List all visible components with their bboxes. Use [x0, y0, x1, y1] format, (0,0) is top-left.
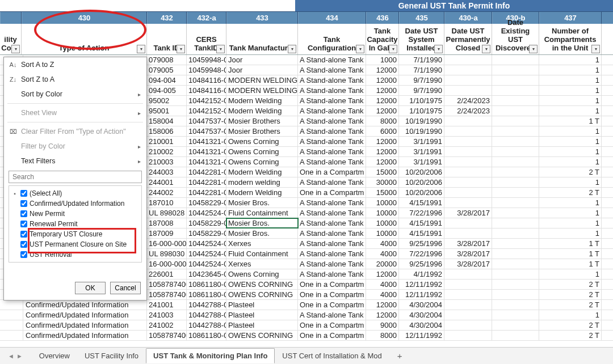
tab-tank-monitoring[interactable]: UST Tank & Monitoring Plan Info: [146, 348, 275, 363]
filter-checkbox[interactable]: [20, 200, 27, 207]
filter-dropdown-icon[interactable]: ▾: [389, 45, 397, 53]
filter-dropdown-icon[interactable]: ▾: [11, 45, 20, 53]
sort-az-icon: A↓: [9, 61, 18, 68]
filter-value-item[interactable]: New Permit: [10, 209, 140, 219]
table-row[interactable]: Confirmed/Updated Information24100210442…: [0, 320, 613, 331]
sort-az-item[interactable]: A↓Sort A to Z: [4, 57, 146, 72]
clear-filter-item: ⌧Clear Filter From "Type of Action": [4, 124, 146, 139]
filter-dropdown-icon[interactable]: ▾: [482, 45, 490, 53]
column-header-row: ility Code▾ Type of Action▾ Tank ID▾ CER…: [0, 24, 613, 55]
filter-dropdown-icon[interactable]: ▾: [137, 45, 145, 53]
filter-checkbox[interactable]: [20, 241, 27, 248]
filter-value-item[interactable]: Confirmed/Updated Information: [10, 198, 140, 209]
filter-dropdown-icon[interactable]: ▾: [529, 45, 538, 53]
tab-overview[interactable]: Overview: [32, 348, 77, 363]
filter-value-item[interactable]: UST Permanent Closure on Site: [10, 239, 140, 249]
ok-button[interactable]: OK: [75, 282, 106, 294]
sort-za-icon: Z↓: [9, 76, 18, 83]
sheet-tab-bar: ◄► Overview UST Facility Info UST Tank &…: [0, 347, 613, 364]
sheet-nav-icons[interactable]: ◄►: [8, 353, 32, 359]
sort-za-item[interactable]: Z↓Sort Z to A: [4, 72, 146, 87]
tab-facility[interactable]: UST Facility Info: [77, 348, 146, 363]
merged-title: General UST Tank Permit Info: [295, 0, 613, 11]
cancel-button[interactable]: Cancel: [110, 282, 141, 294]
filter-search-input[interactable]: [9, 171, 142, 183]
filter-value-item[interactable]: UST Removal: [10, 249, 140, 260]
filter-dropdown-icon[interactable]: ▾: [356, 45, 364, 53]
filter-dropdown-icon[interactable]: ▾: [177, 45, 185, 53]
text-filters-item[interactable]: Text Filters: [4, 154, 146, 168]
filter-dropdown-icon[interactable]: ▾: [216, 45, 225, 53]
filter-checkbox[interactable]: [20, 210, 27, 217]
tab-cert[interactable]: UST Cert of Installation & Mod: [275, 348, 389, 363]
filter-dropdown-icon[interactable]: ▾: [434, 45, 443, 53]
sheet-view-item: Sheet View: [4, 105, 146, 120]
filter-checkbox[interactable]: [20, 251, 27, 258]
filter-dropdown-icon[interactable]: ▾: [288, 45, 296, 53]
add-sheet-icon[interactable]: +: [389, 348, 410, 363]
table-row[interactable]: Confirmed/Updated Information24100110442…: [0, 300, 613, 310]
filter-value-item[interactable]: Renewal Permit: [10, 219, 140, 229]
filter-checkbox[interactable]: [20, 190, 27, 197]
filter-dropdown-icon[interactable]: ▾: [591, 45, 600, 53]
sort-color-item[interactable]: Sort by Color: [4, 87, 146, 101]
filter-value-item[interactable]: ▪(Select All): [10, 188, 140, 198]
table-row[interactable]: Confirmed/Updated Information24100310442…: [0, 310, 613, 320]
filter-value-item[interactable]: Temporary UST Closure: [10, 229, 140, 239]
table-row[interactable]: Confirmed/Updated Information10587874001…: [0, 331, 613, 341]
filter-checkbox[interactable]: [20, 221, 27, 227]
filter-checkbox[interactable]: [20, 231, 27, 238]
clear-filter-icon: ⌧: [9, 128, 18, 136]
filter-value-tree[interactable]: ▪(Select All)Confirmed/Updated Informati…: [9, 185, 142, 263]
autofilter-panel: A↓Sort A to Z Z↓Sort Z to A Sort by Colo…: [3, 57, 147, 300]
filter-color-item: Filter by Color: [4, 139, 146, 154]
